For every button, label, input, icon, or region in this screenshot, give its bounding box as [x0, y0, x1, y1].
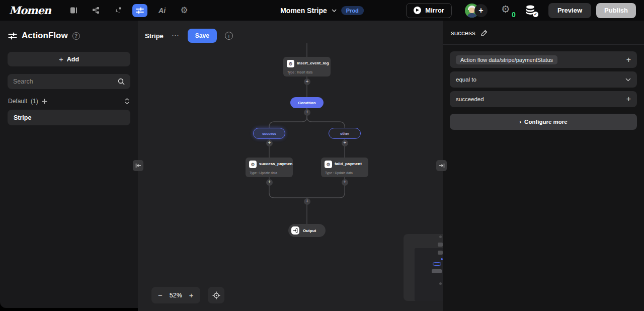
add-step-button[interactable]: + [304, 198, 310, 205]
zoom-out-button[interactable]: − [158, 291, 163, 299]
update-data-icon: ⚙ [325, 161, 332, 168]
plug-icon[interactable] [110, 4, 125, 17]
save-button[interactable]: Save [188, 29, 217, 43]
value-text: succeeded [456, 96, 484, 102]
chevron-right-icon: › [519, 119, 521, 125]
condition-field-row[interactable]: Action flow data/stripe/paymentStatus + [450, 51, 637, 68]
actionflow-sidebar: ActionFlow ? + Add Default (1) Stripe [0, 21, 138, 308]
search-icon [118, 78, 125, 85]
sidebar-title: ActionFlow [22, 31, 68, 41]
env-badge: Prod [341, 6, 364, 15]
more-options-icon[interactable]: ⋯ [172, 31, 180, 40]
momen-logo: Momen [9, 4, 51, 17]
operator-value: equal to [456, 76, 476, 83]
plus-icon: + [59, 55, 63, 63]
search-box [8, 74, 130, 89]
minimap-node-mark [433, 262, 441, 266]
edit-pencil-icon[interactable] [480, 29, 488, 37]
node-success-payment[interactable]: ⚙ success_paymen Type : Update data [246, 158, 293, 177]
value-field-row[interactable]: succeeded + [450, 91, 637, 107]
check-icon: ✓ [533, 12, 538, 17]
panel-header: success [443, 21, 644, 37]
branch-other[interactable]: other [329, 128, 361, 139]
actionflow-title-icon [8, 32, 17, 40]
play-icon [414, 7, 421, 14]
zoom-in-button[interactable]: + [189, 291, 194, 299]
collapse-group-icon[interactable] [124, 98, 130, 104]
sidebar-item-stripe[interactable]: Stripe [8, 110, 130, 125]
zoom-controls: − 52% + [151, 287, 200, 303]
collapse-right-panel-handle[interactable] [436, 160, 447, 171]
project-switcher[interactable]: Momen Stripe Prod [280, 0, 364, 21]
avatar-cluster: + [465, 4, 489, 18]
node-failed-payment[interactable]: ⚙ faild_payment Type : Update data [321, 158, 368, 177]
flow-group-header: Default (1) [8, 98, 130, 105]
operator-select[interactable]: equal to [450, 71, 637, 88]
minimap[interactable] [404, 234, 443, 301]
credits-count: 0 [512, 11, 516, 19]
database-coins-icon[interactable]: ✓ [524, 4, 537, 17]
ai-icon[interactable]: Ai [154, 4, 170, 17]
collapse-left-panel-handle[interactable] [133, 160, 143, 171]
preview-button[interactable]: Preview [548, 3, 591, 18]
minimap-node-mark [439, 282, 442, 285]
insert-data-icon: ⚙ [287, 60, 294, 67]
add-step-button[interactable]: + [304, 109, 310, 116]
node-insert-event-log[interactable]: ⚙ insert_event_log Type : Insert data [283, 57, 331, 76]
top-nav: Ai ⚙ [66, 4, 192, 17]
update-data-icon: ⚙ [249, 161, 257, 168]
add-step-button[interactable]: + [342, 179, 348, 186]
add-value-icon[interactable]: + [626, 95, 631, 104]
project-name: Momen Stripe [280, 7, 327, 15]
publish-button[interactable]: Publish [596, 3, 636, 18]
zoom-level: 52% [170, 292, 182, 299]
mirror-button[interactable]: Mirror [406, 3, 452, 18]
locate-button[interactable] [208, 287, 224, 303]
actionflow-icon[interactable] [132, 4, 147, 17]
minimap-node-mark [438, 243, 443, 247]
settings-gear-icon[interactable]: ⚙ [177, 4, 192, 17]
group-name: Default [8, 98, 27, 105]
add-member-button[interactable]: + [474, 4, 488, 17]
canvas-header: Stripe ⋯ Save i [145, 29, 233, 43]
crosshair-icon [212, 291, 220, 299]
divider [443, 44, 644, 45]
add-to-group-icon[interactable] [42, 99, 47, 104]
add-step-button[interactable]: + [304, 79, 310, 85]
minimap-node-mark [439, 236, 442, 238]
help-icon[interactable]: ? [72, 32, 80, 40]
arrow-to-bar-left-icon [135, 163, 141, 168]
add-step-button[interactable]: + [342, 140, 348, 146]
add-field-icon[interactable]: + [626, 55, 631, 64]
configure-more-button[interactable]: › Configure more [450, 114, 637, 130]
minimap-node-mark [441, 258, 443, 260]
flow-tree-icon[interactable] [88, 4, 103, 17]
condition-field-chip[interactable]: Action flow data/stripe/paymentStatus [456, 55, 557, 64]
output-icon [291, 226, 299, 235]
minimap-node-mark [432, 269, 442, 273]
pages-icon[interactable] [66, 4, 81, 17]
node-condition[interactable]: Condtion [290, 97, 324, 108]
credits-gear-icon[interactable]: ⚙ 0 [501, 4, 514, 17]
chevron-down-icon [332, 9, 337, 12]
search-input[interactable] [13, 78, 118, 85]
sidebar-header: ActionFlow ? [0, 21, 138, 41]
branch-success[interactable]: success [253, 128, 285, 139]
topbar-actions: Mirror + ⚙ 0 ✓ Preview Publish [406, 0, 636, 21]
branch-config-panel: success Action flow data/stripe/paymentS… [443, 21, 644, 311]
minimap-node-mark [438, 251, 443, 255]
flow-canvas[interactable]: Stripe ⋯ Save i + + + + + + + ⚙ insert_e… [138, 21, 443, 311]
flow-name: Stripe [145, 32, 164, 40]
add-step-button[interactable]: + [266, 140, 273, 146]
mirror-label: Mirror [425, 7, 444, 14]
arrow-to-bar-right-icon [439, 163, 445, 168]
top-bar: Momen Ai ⚙ Momen Stripe Prod Mirror [0, 0, 644, 21]
info-icon[interactable]: i [225, 32, 233, 40]
branch-title: success [451, 29, 475, 37]
ai-icon-label: Ai [158, 7, 166, 15]
add-step-button[interactable]: + [266, 179, 273, 186]
add-flow-button[interactable]: + Add [8, 52, 130, 66]
minimap-viewport [415, 248, 443, 301]
chevron-down-icon [625, 78, 631, 82]
node-output[interactable]: Output [288, 224, 326, 237]
